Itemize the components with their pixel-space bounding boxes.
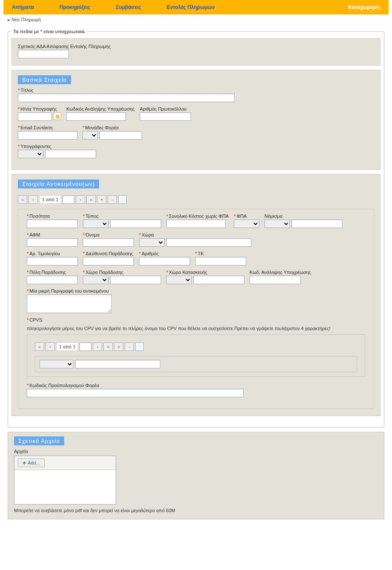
total-input[interactable]: [166, 219, 226, 228]
items-section: Στοιχεία Αντικειμένου(ων) « ‹ 1 από 1 › …: [11, 174, 381, 416]
cpvs-del-button[interactable]: -: [125, 342, 134, 351]
tk-input[interactable]: [195, 257, 246, 265]
file-section: Σχετικό Αρχείο Αρχείο Add... Μπορείτε να…: [8, 432, 384, 519]
prot-input[interactable]: [140, 112, 191, 121]
cpvs-input[interactable]: [75, 360, 160, 368]
nav-prokiryxeis[interactable]: Προκηρύξεις: [60, 4, 90, 10]
code-label: Κωδικός Ανάληψης Υποχρέωσης: [66, 106, 135, 111]
city-label: Πόλη Παράδοσης: [29, 270, 66, 275]
pager-first-button[interactable]: «: [18, 195, 27, 204]
monades-input[interactable]: [99, 131, 142, 140]
titlos-label: Τίτλος: [20, 88, 33, 93]
num-label: Αριθμός: [142, 251, 159, 256]
basic-section: Βασικά Στοιχεία *Τίτλος *Η/νία Υπογραφής…: [11, 70, 381, 170]
country-label: Χώρα: [142, 232, 154, 237]
qty-label: Ποσότητα: [29, 214, 50, 219]
pager-add-button[interactable]: +: [97, 195, 106, 204]
nav-entoles[interactable]: Εντολές Πληρωμών: [167, 4, 215, 10]
cpvs-last-button[interactable]: »: [103, 342, 113, 351]
file-title: Σχετικό Αρχείο: [14, 436, 64, 445]
pager-next-button[interactable]: ›: [76, 195, 85, 204]
items-pager: « ‹ 1 από 1 › » + -: [18, 195, 374, 204]
cpvs-add-button[interactable]: +: [114, 342, 123, 351]
pager-page-input[interactable]: [62, 195, 74, 204]
required-legend: Τα πεδία με * είναι υποχρεωτικά.: [11, 29, 87, 34]
pager-current: 1 από 1: [39, 195, 61, 204]
mcountry-select[interactable]: [166, 276, 192, 284]
desc-textarea[interactable]: [27, 294, 112, 313]
file-label: Αρχείο: [14, 449, 378, 454]
currency-select[interactable]: [264, 219, 290, 228]
monades-select[interactable]: [82, 131, 98, 140]
file-drop-area[interactable]: [14, 470, 116, 504]
cpvs-current: 1 από 1: [56, 342, 78, 351]
dcountry-input[interactable]: [110, 276, 161, 284]
type-input[interactable]: [110, 219, 161, 228]
cpvs-first-button[interactable]: «: [35, 342, 44, 351]
items-title: Στοιχεία Αντικειμένου(ων): [18, 180, 99, 188]
vat-label: ΦΠΑ: [236, 214, 247, 219]
cpvs-pager: « ‹ 1 από 1 › » + -: [35, 342, 357, 351]
invoice-label: Αρ. Τιμολογίου: [29, 251, 60, 256]
calendar-icon[interactable]: ▦: [54, 112, 61, 120]
budget-input[interactable]: [27, 389, 244, 397]
vat-select[interactable]: [234, 219, 259, 228]
dcountry-select[interactable]: [83, 276, 108, 284]
name-input[interactable]: [83, 238, 134, 247]
cpvs-prev-button[interactable]: ‹: [45, 342, 55, 351]
monades-label: Μονάδες Φορέα: [85, 125, 119, 130]
cpvs-hint: πληκτρολογήστε μέρος του CPV για να βρεί…: [27, 326, 365, 331]
num-input[interactable]: [139, 257, 190, 265]
breadcrumb: Νέα Πληρωμή: [3, 14, 389, 25]
currency-input[interactable]: [292, 219, 343, 228]
country-select[interactable]: [139, 238, 165, 247]
ada-input[interactable]: [18, 50, 69, 58]
kcode-input[interactable]: [250, 276, 301, 284]
pager-del-button[interactable]: -: [108, 195, 117, 204]
type-select[interactable]: [83, 219, 108, 228]
nav-kataxorisi[interactable]: Καταχώρηση: [348, 4, 380, 10]
file-hint: Μπορείτε να ανεβάσετε μόνο pdf και δεν μ…: [14, 508, 378, 513]
kcode-label: Κωδ. Ανάληψης Υποχρέωσης: [250, 270, 311, 275]
prot-label: Αριθμός Πρωτοκόλλου: [140, 106, 191, 111]
main-fieldset: Τα πεδία με * είναι υποχρεωτικά. Σχετικό…: [8, 29, 384, 428]
date-label: Η/νία Υπογραφής: [20, 106, 57, 111]
pager-last-button[interactable]: »: [86, 195, 96, 204]
add-file-button[interactable]: Add...: [18, 459, 45, 467]
pager-prev-button[interactable]: ‹: [28, 195, 38, 204]
addr-input[interactable]: [83, 257, 134, 265]
cpvs-label: CPVS: [29, 317, 42, 322]
code-input[interactable]: [66, 112, 126, 121]
file-upload-box: Add...: [14, 456, 116, 504]
item-panel: *Ποσότητα *Τύπος *Συνολικό Κόστος χωρίς …: [18, 209, 374, 409]
top-nav: Αιτήματα Προκηρύξεις Συμβάσεις Εντολές Π…: [3, 0, 389, 14]
country-input[interactable]: [166, 238, 251, 247]
signers-select[interactable]: [18, 150, 43, 158]
cpvs-next-button[interactable]: ›: [93, 342, 102, 351]
signers-label: Υπογράφοντες: [20, 144, 51, 149]
signers-input[interactable]: [45, 150, 96, 158]
nav-aitimata[interactable]: Αιτήματα: [12, 4, 34, 10]
afm-label: ΑΦΜ: [29, 232, 40, 237]
pager-extra-icon[interactable]: [118, 195, 127, 204]
afm-input[interactable]: [27, 238, 78, 247]
nav-symvaseis[interactable]: Συμβάσεις: [116, 4, 141, 10]
mcountry-input[interactable]: [193, 276, 244, 284]
cpvs-select[interactable]: [40, 360, 74, 368]
titlos-input[interactable]: [18, 94, 235, 102]
invoice-input[interactable]: [27, 257, 78, 265]
date-input[interactable]: [18, 112, 52, 121]
ada-label: Σχετικός ΑΔΑ Απόφασης Εντολής Πληρωμής: [18, 44, 374, 49]
tk-label: ΤΚ: [198, 251, 204, 256]
currency-label: Νόμισμα: [264, 214, 343, 219]
cpvs-page-input[interactable]: [80, 342, 91, 351]
city-input[interactable]: [27, 276, 78, 284]
qty-input[interactable]: [27, 219, 78, 228]
email-label: Email Συντάκτη: [20, 125, 52, 130]
addr-label: Διεύθυνση Παράδοσης: [85, 251, 133, 256]
dcountry-label: Χώρα Παράδοσης: [85, 270, 123, 275]
basic-title: Βασικά Στοιχεία: [18, 75, 71, 84]
ada-section: Σχετικός ΑΔΑ Απόφασης Εντολής Πληρωμής: [11, 38, 381, 66]
email-input[interactable]: [18, 131, 77, 140]
cpvs-extra-icon[interactable]: [135, 342, 144, 351]
